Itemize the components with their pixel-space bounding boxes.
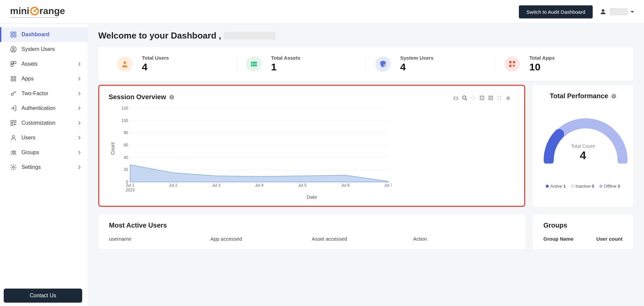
- svg-text:Jul 7: Jul 7: [384, 183, 392, 188]
- switch-dashboard-button[interactable]: Switch to Audit Dashboard: [519, 5, 593, 18]
- sidebar-item-label: Dashboard: [21, 32, 50, 38]
- legend-item-offline: Offline 3: [599, 184, 620, 189]
- chevron-right-icon: [77, 135, 81, 140]
- person-icon: [10, 134, 17, 141]
- active-users-title: Most Active Users: [109, 222, 515, 229]
- stats-card: Total Users4Total Assets1System Users4To…: [98, 47, 633, 81]
- svg-rect-4: [11, 32, 13, 34]
- sidebar-item-authentication[interactable]: Authentication: [0, 101, 88, 116]
- svg-rect-13: [11, 76, 13, 78]
- svg-text:Jul 6: Jul 6: [341, 183, 350, 188]
- zoom-out-icon[interactable]: [488, 95, 493, 101]
- sidebar-item-label: Groups: [21, 149, 39, 156]
- sidebar-item-customization[interactable]: Customization: [0, 116, 88, 130]
- svg-point-36: [455, 97, 457, 99]
- sidebar-item-system-users[interactable]: System Users: [0, 42, 88, 57]
- sidebar-item-assets[interactable]: Assets: [0, 57, 88, 71]
- chevron-right-icon: [77, 150, 81, 155]
- customize-icon: [10, 120, 17, 126]
- chart-toolbar: [453, 95, 511, 101]
- sidebar-item-apps[interactable]: Apps: [0, 71, 88, 86]
- column-header: App accessed: [210, 236, 312, 242]
- sidebar-item-label: Settings: [21, 164, 41, 170]
- svg-line-2: [35, 8, 37, 11]
- groups-table-header: Group NameUser count: [543, 236, 623, 242]
- svg-point-3: [602, 9, 604, 12]
- svg-point-23: [14, 151, 16, 152]
- svg-text:80: 80: [124, 130, 128, 135]
- stat-label: System Users: [400, 55, 433, 61]
- svg-text:100: 100: [121, 118, 128, 123]
- sidebar-item-users[interactable]: Users: [0, 130, 88, 145]
- session-chart: 020406080100120Jul 12023Jul 2Jul 3Jul 4J…: [117, 105, 392, 192]
- chevron-right-icon: [77, 62, 81, 66]
- active-users-table-header: usernameApp accessedAsset accessedAction: [109, 236, 515, 242]
- chevron-right-icon: [77, 165, 81, 170]
- welcome-username-placeholder: [224, 32, 276, 40]
- zoom-in-icon[interactable]: [479, 95, 485, 101]
- zoom-icon[interactable]: [462, 95, 467, 101]
- sidebar-item-label: Assets: [21, 61, 38, 67]
- dashboard-icon: [10, 31, 17, 38]
- stat-value: 4: [400, 61, 433, 73]
- page-title: Welcome to your Dashboard ,: [98, 30, 221, 41]
- session-title: Session Overview: [109, 93, 166, 101]
- stat-total-apps: Total Apps10: [495, 55, 624, 73]
- user-menu[interactable]: [599, 8, 634, 15]
- sidebar-item-label: Users: [21, 135, 36, 141]
- gauge-label: Total Count: [542, 143, 624, 149]
- column-header: Asset accessed: [312, 236, 413, 242]
- session-overview-card: Session Overview i Count 020406080100120…: [98, 85, 525, 207]
- svg-text:Jul 4: Jul 4: [255, 183, 264, 188]
- gauge-value: 4: [542, 149, 624, 162]
- svg-point-37: [463, 96, 466, 99]
- info-icon[interactable]: i: [169, 95, 174, 100]
- welcome-row: Welcome to your Dashboard ,: [98, 30, 633, 41]
- svg-point-24: [13, 167, 14, 168]
- svg-rect-7: [14, 35, 16, 37]
- camera-icon[interactable]: [453, 95, 459, 101]
- stat-system-users: System Users4: [366, 55, 495, 73]
- svg-rect-12: [11, 64, 13, 67]
- svg-rect-19: [14, 121, 16, 123]
- svg-rect-26: [251, 62, 257, 64]
- svg-line-38: [466, 99, 467, 100]
- svg-text:60: 60: [124, 143, 128, 147]
- apps-icon: [10, 75, 17, 82]
- svg-rect-16: [14, 79, 16, 81]
- stat-value: 1: [271, 61, 301, 73]
- svg-rect-10: [11, 62, 13, 64]
- stat-value: 4: [142, 61, 169, 73]
- autoscale-icon[interactable]: [497, 95, 502, 101]
- sidebar-item-groups[interactable]: Groups: [0, 145, 88, 160]
- pan-icon[interactable]: [471, 95, 476, 101]
- user-icon: [117, 56, 132, 72]
- gear-icon: [10, 164, 17, 171]
- sidebar-item-label: Two-Factor: [21, 90, 48, 97]
- sidebar-item-settings[interactable]: Settings: [0, 160, 88, 175]
- svg-rect-34: [509, 65, 512, 67]
- info-icon[interactable]: i: [611, 94, 616, 99]
- logo-text-1: mini: [10, 6, 30, 16]
- svg-point-25: [123, 61, 126, 64]
- logo-o-icon: [30, 6, 40, 16]
- home-icon[interactable]: [505, 95, 511, 101]
- login-icon: [10, 105, 17, 112]
- legend-item-active: Active 1: [546, 184, 566, 189]
- svg-rect-27: [251, 64, 257, 66]
- svg-text:Jul 5: Jul 5: [298, 183, 307, 188]
- svg-text:2023: 2023: [126, 188, 135, 192]
- svg-text:40: 40: [124, 155, 128, 160]
- sidebar-item-dashboard[interactable]: Dashboard: [0, 27, 88, 42]
- shield-user-icon: [375, 56, 391, 72]
- server-icon: [246, 56, 262, 72]
- column-header: Action: [413, 236, 515, 242]
- contact-us-button[interactable]: Contact Us: [4, 289, 82, 303]
- chevron-right-icon: [77, 121, 81, 125]
- groups-card: Groups Group NameUser count: [533, 214, 633, 249]
- stat-label: Total Assets: [271, 55, 301, 61]
- sidebar-item-two-factor[interactable]: Two-Factor: [0, 86, 88, 101]
- chevron-down-icon: [631, 11, 634, 13]
- groups-title: Groups: [543, 222, 623, 229]
- performance-title: Total Performance: [550, 92, 608, 100]
